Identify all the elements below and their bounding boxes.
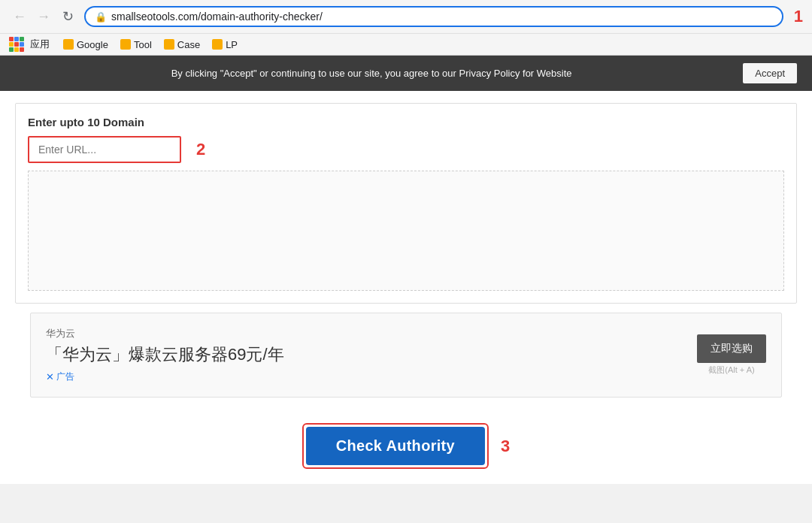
browser-chrome: ← → ↻ 🔒 smallseotools.com/domain-authori… bbox=[0, 0, 812, 56]
cookie-banner: By clicking "Accept" or continuing to us… bbox=[0, 56, 812, 91]
ad-buy-section: 立即选购 截图(Alt + A) bbox=[697, 334, 766, 376]
check-btn-outline: Check Authority bbox=[302, 423, 489, 469]
bookmark-google-icon bbox=[63, 39, 74, 50]
bookmark-case-icon bbox=[164, 39, 174, 50]
bookmark-lp-label: LP bbox=[226, 39, 238, 50]
bookmark-case[interactable]: Case bbox=[159, 38, 205, 52]
bookmarks-bar: 应用 Google Tool Case LP bbox=[0, 33, 812, 55]
domain-inner: Enter upto 10 Domain 2 bbox=[16, 104, 796, 303]
apps-icon[interactable] bbox=[9, 37, 24, 52]
ad-tag: ✕ 广告 bbox=[46, 370, 284, 383]
ad-section: 华为云 「华为云」爆款云服务器69元/年 ✕ 广告 立即选购 截图(Alt + … bbox=[30, 313, 782, 398]
url-text: smallseotools.com/domain-authority-check… bbox=[111, 11, 773, 23]
ad-content: 华为云 「华为云」爆款云服务器69元/年 ✕ 广告 bbox=[46, 327, 284, 383]
step-1-label: 1 bbox=[794, 7, 803, 26]
reload-button[interactable]: ↻ bbox=[57, 6, 78, 27]
input-row: 2 bbox=[28, 136, 784, 163]
browser-toolbar: ← → ↻ 🔒 smallseotools.com/domain-authori… bbox=[0, 0, 812, 33]
bookmark-google[interactable]: Google bbox=[59, 38, 113, 52]
address-bar[interactable]: 🔒 smallseotools.com/domain-authority-che… bbox=[84, 6, 783, 27]
forward-button[interactable]: → bbox=[33, 6, 54, 27]
check-section: Check Authority 3 bbox=[0, 408, 812, 484]
bookmark-google-label: Google bbox=[77, 39, 108, 50]
url-input[interactable] bbox=[29, 138, 180, 162]
check-section-wrapper: Check Authority 3 bbox=[0, 401, 812, 484]
check-authority-button[interactable]: Check Authority bbox=[306, 427, 485, 465]
ad-wrapper: 华为云 「华为云」爆款云服务器69元/年 ✕ 广告 立即选购 截图(Alt + … bbox=[0, 304, 812, 401]
ad-tag-label: 广告 bbox=[56, 370, 74, 383]
bookmark-tool-icon bbox=[120, 39, 131, 50]
accept-button[interactable]: Accept bbox=[743, 63, 797, 83]
apps-label: 应用 bbox=[30, 38, 50, 51]
ad-company: 华为云 bbox=[46, 327, 284, 340]
step-3-label: 3 bbox=[501, 437, 510, 456]
domain-section: Enter upto 10 Domain 2 bbox=[0, 91, 812, 304]
url-input-wrapper bbox=[28, 136, 181, 163]
back-button[interactable]: ← bbox=[9, 6, 30, 27]
section-label: Enter upto 10 Domain bbox=[28, 116, 784, 128]
bookmark-lp-icon bbox=[212, 39, 223, 50]
bookmark-tool-label: Tool bbox=[134, 39, 152, 50]
cookie-text: By clicking "Accept" or continuing to us… bbox=[15, 68, 728, 79]
nav-buttons: ← → ↻ bbox=[9, 6, 78, 27]
bookmark-case-label: Case bbox=[177, 39, 200, 50]
screenshot-hint: 截图(Alt + A) bbox=[697, 364, 766, 376]
url-textarea-area bbox=[28, 171, 784, 291]
step-2-label: 2 bbox=[196, 140, 205, 159]
ad-x-icon: ✕ bbox=[46, 371, 54, 382]
buy-button[interactable]: 立即选购 bbox=[697, 334, 766, 363]
lock-icon: 🔒 bbox=[95, 11, 107, 23]
bookmark-lp[interactable]: LP bbox=[208, 38, 242, 52]
bookmark-tool[interactable]: Tool bbox=[116, 38, 156, 52]
ad-title: 「华为云」爆款云服务器69元/年 bbox=[46, 343, 284, 366]
